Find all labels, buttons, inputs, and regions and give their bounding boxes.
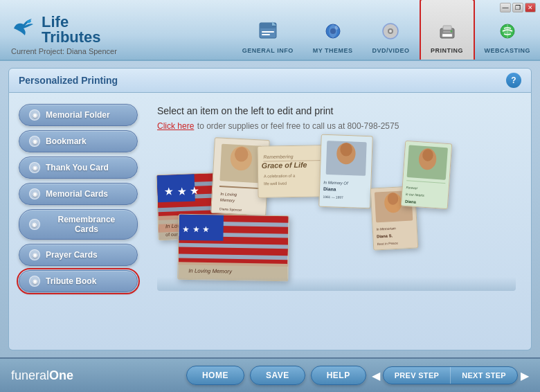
tab-webcasting-label: WEBCASTING: [485, 47, 531, 54]
prayer-cards-button[interactable]: ◉ Prayer Cards: [19, 244, 138, 266]
collage-card-4: In Memory Of Diana 1961 — 1997: [318, 134, 373, 209]
prev-arrow-icon[interactable]: ◀: [372, 369, 380, 382]
order-text: to order supplies or feel free to call u…: [197, 121, 399, 131]
my-themes-icon: [322, 21, 344, 44]
logo-life: Life: [42, 15, 101, 30]
prayer-cards-label: Prayer Cards: [46, 250, 98, 260]
remembrance-cards-button[interactable]: ◉ Remembrance Cards: [19, 209, 138, 240]
tribute-book-label: Tribute Book: [46, 276, 96, 286]
tab-my-themes-label: MY THEMES: [313, 47, 353, 54]
tab-webcasting[interactable]: WEBCASTING: [475, 0, 541, 60]
footer-logo-funeral: funeral: [11, 368, 49, 382]
step-nav-group: PREV STEP NEXT STEP: [383, 366, 518, 384]
thank-you-card-label: Thank You Card: [46, 163, 109, 172]
footer: funeralOne HOME SAVE HELP ◀ PREV STEP NE…: [0, 357, 540, 392]
tab-printing[interactable]: PRINTING: [420, 0, 475, 60]
tab-dvd-video-label: DVD/VIDEO: [372, 47, 409, 54]
tab-general-info-label: GENERAL INFO: [242, 47, 294, 54]
svg-text:Diana: Diana: [405, 199, 417, 204]
collage-card-3: Remembering Grace of Life A celebration …: [257, 145, 327, 198]
next-step-button[interactable]: NEXT STEP: [451, 367, 517, 384]
header: — ❐ ✕ Life Tributes Current Project: Dia…: [0, 0, 540, 61]
sidebar-menu: ◉ Memorial Folder ◉ Bookmark ◉ Thank You…: [16, 100, 141, 343]
main-content: Personalized Printing ? ◉ Memorial Folde…: [0, 61, 540, 357]
preview-area: Select an item on the left to edit and p…: [149, 100, 524, 343]
current-project: Current Project: Diana Spencer: [11, 47, 117, 55]
memorial-cards-button[interactable]: ◉ Memorial Cards: [19, 183, 138, 205]
svg-text:★ ★ ★: ★ ★ ★: [164, 184, 199, 197]
svg-text:life well lived: life well lived: [264, 181, 287, 186]
bookmark-icon: ◉: [29, 136, 40, 147]
section-title: Personalized Printing: [19, 75, 118, 86]
memorial-folder-label: Memorial Folder: [46, 110, 110, 120]
footer-logo-one: One: [49, 368, 73, 382]
tribute-book-icon: ◉: [29, 276, 40, 287]
collage-card-7: Forever in our hearts Diana: [401, 141, 452, 210]
next-arrow-icon[interactable]: ▶: [521, 369, 529, 382]
bookmark-button[interactable]: ◉ Bookmark: [19, 130, 138, 152]
svg-text:In Loving: In Loving: [220, 192, 237, 197]
svg-text:A celebration of a: A celebration of a: [264, 174, 296, 179]
home-button[interactable]: HOME: [186, 366, 244, 385]
memorial-folder-icon: ◉: [29, 109, 40, 121]
tribute-book-button[interactable]: ◉ Tribute Book: [19, 270, 138, 292]
collage-reflection: [157, 277, 516, 291]
svg-text:Diana S.: Diana S.: [377, 233, 393, 238]
svg-text:Memory: Memory: [220, 198, 235, 203]
help-circle-button[interactable]: ?: [506, 73, 521, 88]
memorial-folder-button[interactable]: ◉ Memorial Folder: [19, 104, 138, 126]
thank-you-card-button[interactable]: ◉ Thank You Card: [19, 157, 138, 179]
svg-rect-14: [443, 31, 451, 33]
printing-icon: [436, 21, 458, 44]
svg-rect-4: [262, 34, 270, 35]
help-button[interactable]: HELP: [311, 366, 366, 385]
nav-tabs: GENERAL INFO MY THEMES: [233, 0, 540, 60]
svg-rect-3: [262, 31, 274, 33]
bookmark-label: Bookmark: [46, 136, 87, 146]
svg-point-17: [450, 30, 452, 33]
remembrance-cards-label: Remembrance Cards: [46, 215, 127, 234]
logo-text: Life Tributes: [42, 15, 101, 45]
svg-text:In Loving Memory: In Loving Memory: [188, 267, 233, 274]
section-header: Personalized Printing ?: [8, 68, 532, 93]
footer-logo: funeralOne: [11, 368, 73, 383]
webcasting-icon: [496, 21, 519, 44]
svg-text:Grace of Life: Grace of Life: [262, 161, 307, 170]
collage-card-5: ★ ★ ★ In Loving Memory: [177, 214, 289, 282]
card-collage: ★ ★ ★ In Loving Memory of our beloved: [157, 132, 516, 291]
tab-general-info[interactable]: GENERAL INFO: [233, 0, 303, 60]
save-button[interactable]: SAVE: [250, 366, 305, 385]
nav-step-group: ◀ PREV STEP NEXT STEP ▶: [372, 366, 529, 384]
tab-dvd-video[interactable]: DVD/VIDEO: [362, 0, 419, 60]
preview-instruction: Select an item on the left to edit and p…: [157, 105, 516, 116]
logo-tributes: Tributes: [42, 30, 101, 45]
dvd-video-icon: [379, 21, 402, 44]
footer-buttons: HOME SAVE HELP ◀ PREV STEP NEXT STEP ▶: [186, 366, 529, 385]
logo-wrapper: Life Tributes: [11, 15, 101, 45]
svg-text:In Memory Of: In Memory Of: [323, 180, 349, 185]
memorial-cards-label: Memorial Cards: [46, 189, 108, 199]
tab-my-themes[interactable]: MY THEMES: [303, 0, 363, 60]
memorial-cards-icon: ◉: [29, 188, 40, 199]
svg-rect-5: [272, 26, 276, 26]
remembrance-cards-icon: ◉: [29, 219, 40, 230]
svg-point-11: [389, 30, 392, 33]
svg-rect-39: [258, 145, 326, 197]
preview-order-line: Click here to order supplies or feel fre…: [157, 119, 516, 132]
general-info-icon: [257, 21, 279, 44]
svg-rect-15: [443, 26, 451, 30]
logo-bird-icon: [11, 15, 36, 45]
svg-text:Diana: Diana: [323, 186, 336, 192]
svg-text:★ ★ ★: ★ ★ ★: [182, 224, 210, 235]
prayer-cards-icon: ◉: [29, 249, 40, 260]
svg-rect-16: [442, 34, 452, 37]
svg-text:1961 — 1997: 1961 — 1997: [323, 195, 343, 199]
content-area: ◉ Memorial Folder ◉ Bookmark ◉ Thank You…: [8, 93, 532, 350]
prev-step-button[interactable]: PREV STEP: [384, 367, 451, 384]
thank-you-card-icon: ◉: [29, 162, 40, 173]
click-here-link[interactable]: Click here: [157, 121, 194, 131]
tab-printing-label: PRINTING: [431, 47, 463, 54]
